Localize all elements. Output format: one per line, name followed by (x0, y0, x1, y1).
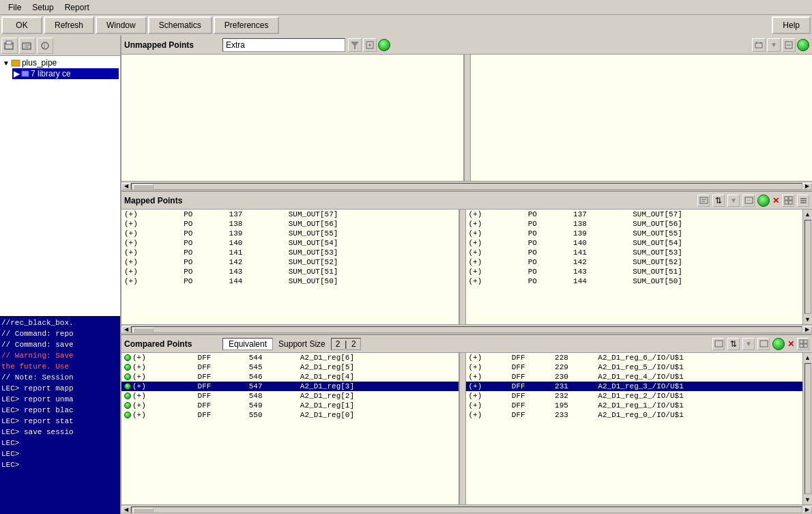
mapped-scroll-thumb[interactable] (133, 328, 154, 333)
unmapped-right-icon-1[interactable] (752, 38, 766, 52)
table-row[interactable]: (+)DFF547A2_D1_reg[3] (121, 382, 459, 391)
table-row[interactable]: (+)DFF232A2_D1_reg_2_/IO/U$1 (466, 391, 803, 401)
help-button[interactable]: Help (772, 16, 811, 34)
compared-sort-icon[interactable] (727, 338, 740, 350)
left-icon-2[interactable] (19, 38, 35, 54)
unmapped-right-icon-3[interactable] (782, 38, 796, 52)
mapped-status[interactable] (757, 195, 770, 207)
scroll-track[interactable] (131, 183, 802, 190)
table-row[interactable]: (+)DFF549A2_D1_reg[1] (121, 401, 459, 410)
table-row[interactable]: (+)DFF546A2_D1_reg[4] (121, 372, 459, 382)
unmapped-splitter[interactable] (464, 55, 471, 181)
compared-left-pane: (+)DFF544A2_D1_reg[6](+)DFF545A2_D1_reg[… (121, 353, 459, 504)
mapped-filter-icon[interactable] (727, 195, 740, 207)
compared-status[interactable] (772, 338, 785, 350)
mapped-scroll-right[interactable]: ▶ (802, 326, 812, 333)
mapped-icon-1[interactable] (697, 195, 710, 207)
table-row[interactable]: (+)DFF195A2_D1_reg_1_/IO/U$1 (466, 401, 803, 410)
compared-splitter[interactable] (459, 353, 466, 504)
compared-scroll-thumb[interactable] (133, 508, 154, 513)
mapped-sort-icon[interactable] (712, 195, 725, 207)
svg-rect-31 (760, 341, 768, 347)
compared-scroll-track[interactable] (131, 506, 802, 513)
unmapped-right-filter[interactable] (767, 38, 781, 52)
refresh-button[interactable]: Refresh (44, 16, 94, 34)
table-row[interactable]: (+)DFF231A2_D1_reg_3_/IO/U$1 (466, 382, 803, 391)
compared-expand[interactable] (797, 338, 809, 350)
left-icon-1[interactable] (1, 38, 18, 54)
table-row[interactable]: (+)PO144SUM_OUT[50] (121, 276, 459, 286)
table-row[interactable]: (+)PO142SUM_OUT[52] (466, 257, 803, 267)
unmapped-input[interactable] (222, 38, 345, 52)
unmapped-right-status[interactable] (797, 39, 809, 51)
compared-icon-1[interactable] (712, 338, 725, 350)
mapped-close[interactable]: ✕ (772, 196, 779, 205)
tree-toggle[interactable]: ▼ (3, 59, 10, 67)
table-row[interactable]: (+)PO143SUM_OUT[51] (466, 267, 803, 276)
console-line: LEC> (1, 448, 119, 459)
table-row[interactable]: (+)PO138SUM_OUT[56] (466, 219, 803, 229)
mapped-left-table: (+)PO137SUM_OUT[57](+)PO138SUM_OUT[56](+… (121, 210, 459, 286)
table-row[interactable]: (+)PO139SUM_OUT[55] (121, 229, 459, 238)
table-row[interactable]: (+)PO140SUM_OUT[54] (466, 238, 803, 248)
tree-area: ▼ plus_pipe ▶ 7 library ce (0, 56, 120, 316)
mapped-menu[interactable] (797, 195, 809, 207)
table-row[interactable]: (+)PO144SUM_OUT[50] (466, 276, 803, 286)
table-row[interactable]: (+)DFF230A2_D1_reg_4_/IO/U$1 (466, 372, 803, 382)
compared-scroll-up[interactable]: ▲ (803, 353, 812, 362)
compared-hscroll[interactable]: ◀ ▶ (121, 504, 812, 514)
mapped-hscroll[interactable]: ◀ ▶ (121, 324, 812, 334)
compared-close[interactable]: ✕ (787, 339, 794, 349)
table-row[interactable]: (+)PO139SUM_OUT[55] (466, 229, 803, 238)
compared-scroll-right[interactable]: ▶ (802, 506, 812, 513)
table-row[interactable]: (+)DFF228A2_D1_reg_6_/IO/U$1 (466, 353, 803, 362)
tree-child-label: 7 library ce (31, 69, 71, 78)
compared-filter-icon[interactable] (742, 338, 755, 350)
compared-count: 2 | 2 (331, 338, 361, 350)
table-row[interactable]: (+)DFF550A2_D1_reg[0] (121, 410, 459, 420)
mapped-expand[interactable] (782, 195, 794, 207)
table-row[interactable]: (+)PO140SUM_OUT[54] (121, 238, 459, 248)
table-row[interactable]: (+)DFF233A2_D1_reg_0_/IO/U$1 (466, 410, 803, 420)
table-row[interactable]: (+)DFF229A2_D1_reg_5_/IO/U$1 (466, 362, 803, 372)
table-row[interactable]: (+)PO141SUM_OUT[53] (466, 248, 803, 257)
menu-setup[interactable]: Setup (27, 1, 59, 14)
menu-file[interactable]: File (3, 1, 27, 14)
table-row[interactable]: (+)DFF548A2_D1_reg[2] (121, 391, 459, 401)
mapped-scroll-track[interactable] (131, 326, 802, 333)
menu-report[interactable]: Report (59, 1, 95, 14)
export-icon[interactable] (363, 38, 377, 52)
mapped-scroll-left[interactable]: ◀ (121, 326, 131, 333)
unmapped-hscroll[interactable]: ◀ ▶ (121, 181, 812, 190)
left-icon-3[interactable]: i (37, 38, 53, 54)
ok-button[interactable]: OK (1, 16, 42, 34)
table-row[interactable]: (+)PO137SUM_OUT[57] (121, 210, 459, 219)
tree-root-item[interactable]: ▼ plus_pipe (1, 57, 119, 68)
compared-icon-4[interactable] (757, 338, 770, 350)
table-row[interactable]: (+)DFF544A2_D1_reg[6] (121, 353, 459, 362)
filter-icon[interactable] (348, 38, 362, 52)
preferences-button[interactable]: Preferences (214, 16, 280, 34)
table-row[interactable]: (+)PO137SUM_OUT[57] (466, 210, 803, 219)
tree-child-item[interactable]: ▶ 7 library ce (12, 68, 119, 79)
window-button[interactable]: Window (96, 16, 147, 34)
right-panel: Unmapped Points (121, 35, 812, 514)
status-dot (124, 364, 131, 371)
mapped-icon-4[interactable] (742, 195, 755, 207)
unmapped-status-indicator[interactable] (378, 39, 390, 51)
unmapped-right-pane (471, 55, 813, 181)
console-line: // Note: Session (1, 372, 119, 383)
compared-scroll-down[interactable]: ▼ (803, 495, 812, 504)
status-dot (124, 354, 131, 361)
table-row[interactable]: (+)PO141SUM_OUT[53] (121, 248, 459, 257)
scroll-right-arrow[interactable]: ▶ (802, 183, 812, 190)
scroll-left-arrow[interactable]: ◀ (121, 183, 131, 190)
scroll-thumb[interactable] (133, 184, 154, 190)
table-row[interactable]: (+)PO143SUM_OUT[51] (121, 267, 459, 276)
schematics-button[interactable]: Schematics (148, 16, 212, 34)
table-row[interactable]: (+)DFF545A2_D1_reg[5] (121, 362, 459, 372)
compared-scroll-left[interactable]: ◀ (121, 506, 131, 513)
mapped-splitter[interactable] (459, 210, 466, 324)
table-row[interactable]: (+)PO142SUM_OUT[52] (121, 257, 459, 267)
table-row[interactable]: (+)PO138SUM_OUT[56] (121, 219, 459, 229)
